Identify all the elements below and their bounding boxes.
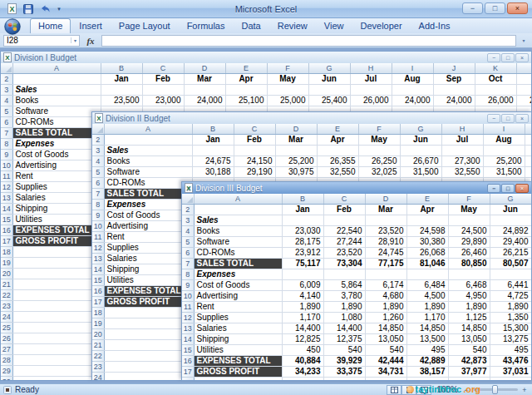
row-header-17[interactable]: 17 — [92, 297, 104, 308]
cell-A14[interactable]: Shipping — [194, 334, 282, 345]
cell-L4[interactable]: 26,000 — [516, 96, 531, 106]
cell-E9[interactable]: 6,484 — [406, 280, 448, 291]
column-header-D[interactable]: D — [275, 124, 317, 135]
row-header-14[interactable]: 14 — [182, 334, 194, 345]
cell-A20[interactable] — [12, 269, 101, 279]
cell-B18[interactable] — [282, 378, 323, 381]
cell-A7[interactable]: SALES TOTAL — [194, 259, 282, 269]
cell-G9[interactable]: 6,441 — [490, 280, 531, 291]
cell-E7[interactable]: 81,046 — [406, 259, 448, 269]
cell-A3[interactable]: Sales — [194, 215, 282, 226]
cell-A17[interactable]: GROSS PROFIT — [12, 236, 101, 247]
cell-E2[interactable]: Apr — [406, 205, 448, 215]
cell-E4[interactable]: 24,598 — [406, 226, 448, 237]
row-header-4[interactable]: 4 — [92, 156, 104, 167]
cell-A23[interactable] — [104, 362, 192, 373]
cell-A24[interactable] — [104, 373, 192, 381]
cell-F2[interactable]: May — [358, 135, 400, 146]
select-all-corner[interactable] — [182, 194, 194, 205]
cell-A19[interactable] — [12, 258, 101, 269]
cell-C2[interactable]: Feb — [234, 135, 275, 146]
ribbon-tab-review[interactable]: Review — [269, 18, 316, 33]
cell-F10[interactable]: 4,950 — [448, 291, 490, 302]
row-header-20[interactable]: 20 — [1, 269, 12, 279]
cell-G5[interactable]: 29,400 — [490, 237, 531, 248]
cell-B9[interactable]: 6,009 — [282, 280, 323, 291]
row-header-25[interactable]: 25 — [1, 323, 12, 333]
row-header-14[interactable]: 14 — [92, 264, 104, 275]
cell-E5[interactable]: 30,380 — [406, 237, 448, 248]
row-header-8[interactable]: 8 — [92, 200, 104, 210]
column-header-L[interactable]: L — [516, 63, 531, 74]
column-header-H[interactable]: H — [441, 124, 483, 135]
row-header-11[interactable]: 11 — [1, 171, 12, 182]
cell-A17[interactable]: GROSS PROFIT — [104, 297, 192, 308]
cell-A4[interactable]: Books — [12, 96, 101, 106]
row-header-5[interactable]: 5 — [92, 167, 104, 178]
cell-E6[interactable]: 26,068 — [406, 248, 448, 259]
cell-I4[interactable]: 25,200 — [483, 156, 525, 167]
title-bar[interactable]: X ▾ Microsoft Excel − □ × — [0, 0, 532, 18]
cell-C2[interactable]: Feb — [142, 74, 184, 85]
cell-F2[interactable]: May — [267, 74, 308, 85]
cell-F7[interactable]: 80,850 — [448, 259, 490, 269]
row-header-17[interactable]: 17 — [182, 367, 194, 378]
column-header-B[interactable]: B — [101, 63, 142, 74]
row-header-10[interactable]: 10 — [182, 291, 194, 302]
cell-A2[interactable] — [194, 205, 282, 215]
row-header-4[interactable]: 4 — [182, 226, 194, 237]
column-header-B[interactable]: B — [192, 124, 234, 135]
row-header-7[interactable]: 7 — [182, 259, 194, 269]
cell-F4[interactable]: 26,250 — [358, 156, 400, 167]
cell-A30[interactable] — [12, 377, 101, 381]
cell-A8[interactable]: Expenses — [194, 269, 282, 280]
column-header-E[interactable]: E — [225, 63, 267, 74]
name-box-dropdown-icon[interactable]: ▾ — [71, 37, 76, 43]
cell-G2[interactable]: Jun — [308, 74, 350, 85]
cell-A17[interactable]: GROSS PROFIT — [194, 367, 282, 378]
cell-A11[interactable]: Rent — [104, 232, 192, 243]
row-header-21[interactable]: 21 — [92, 340, 104, 351]
cell-G8[interactable] — [490, 269, 531, 280]
ribbon-tab-data[interactable]: Data — [233, 18, 268, 33]
row-header-3[interactable]: 3 — [92, 146, 104, 156]
cell-D3[interactable] — [184, 85, 225, 96]
cell-A23[interactable] — [12, 301, 101, 312]
workbook-minimize-button[interactable]: − — [487, 184, 500, 193]
cell-A16[interactable]: EXPENSES TOTAL — [12, 225, 101, 236]
ribbon-tab-developer[interactable]: Developer — [352, 18, 410, 33]
cell-D5[interactable]: 30,975 — [275, 167, 317, 178]
formula-bar-expand-icon[interactable]: ▾ — [519, 37, 529, 43]
cell-C7[interactable]: 73,304 — [323, 259, 365, 269]
cell-C9[interactable]: 5,864 — [323, 280, 365, 291]
ribbon-tab-insert[interactable]: Insert — [71, 18, 111, 33]
cell-F5[interactable]: 32,025 — [358, 167, 400, 178]
row-header-10[interactable]: 10 — [92, 221, 104, 232]
cell-A6[interactable]: CD-ROMs — [194, 248, 282, 259]
cell-A8[interactable]: Expenses — [12, 139, 101, 150]
cell-A4[interactable]: Books — [104, 156, 192, 167]
cell-I5[interactable]: 31,500 — [483, 167, 525, 178]
cell-C2[interactable]: Feb — [323, 205, 365, 215]
cell-D4[interactable]: 24,000 — [184, 96, 225, 106]
cell-B14[interactable]: 12,825 — [282, 334, 323, 345]
row-header-13[interactable]: 13 — [92, 254, 104, 264]
cell-D3[interactable] — [365, 215, 406, 226]
cell-B6[interactable]: 23,912 — [282, 248, 323, 259]
column-header-C[interactable]: C — [323, 194, 365, 205]
row-header-6[interactable]: 6 — [1, 117, 12, 128]
cell-A9[interactable]: Cost of Goods — [12, 150, 101, 160]
cell-A16[interactable]: EXPENSES TOTAL — [104, 286, 192, 297]
row-header-21[interactable]: 21 — [1, 279, 12, 290]
cell-A5[interactable]: Software — [194, 237, 282, 248]
workbook-minimize-button[interactable]: − — [487, 114, 500, 123]
column-header-F[interactable]: F — [267, 63, 308, 74]
cell-C3[interactable] — [234, 146, 275, 156]
cell-A3[interactable]: Sales — [104, 146, 192, 156]
cell-B3[interactable] — [101, 85, 142, 96]
column-header-G[interactable]: G — [490, 194, 531, 205]
cell-F4[interactable]: 24,500 — [448, 226, 490, 237]
cell-F12[interactable]: 1,125 — [448, 313, 490, 323]
cell-E4[interactable]: 25,100 — [225, 96, 267, 106]
column-header-C[interactable]: C — [234, 124, 275, 135]
